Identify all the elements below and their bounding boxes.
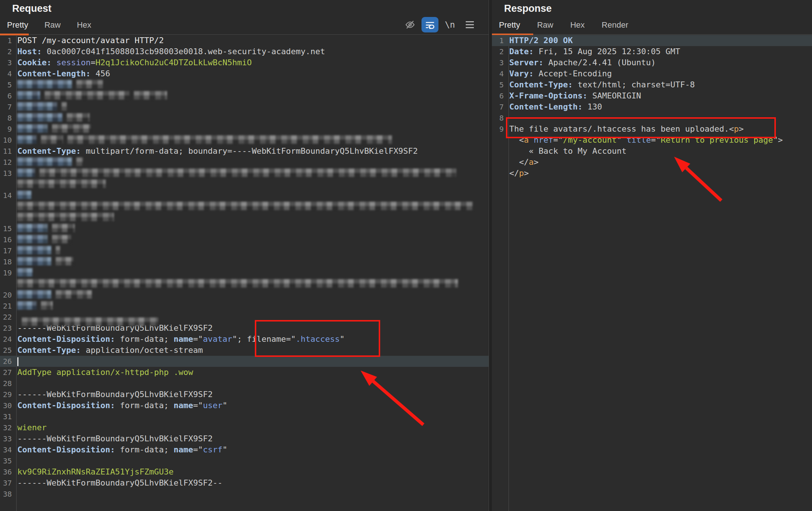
code-line[interactable]: 24Content-Disposition: form-data; name="… bbox=[0, 334, 489, 345]
code-line[interactable]: 2Host: 0ac0007c041f15088013cb98003e0018.… bbox=[0, 46, 489, 57]
code-line[interactable]: 36kv9C9RiZnxhRNsRaZEIA51YjsFZmGU3e bbox=[0, 466, 489, 477]
line-number: 3 bbox=[0, 57, 12, 68]
redacted-text bbox=[62, 102, 67, 111]
response-tab-hex[interactable]: Hex bbox=[570, 20, 584, 30]
code-line[interactable]: 9The file avatars/.htaccess has been upl… bbox=[492, 124, 812, 135]
line-content: <a href="/my-account" title="Return to p… bbox=[509, 135, 783, 146]
line-content: Content-Length: 130 bbox=[509, 101, 602, 112]
redacted-text bbox=[17, 279, 458, 288]
code-line[interactable]: 7Content-Length: 130 bbox=[492, 101, 812, 112]
menu-icon[interactable] bbox=[461, 17, 478, 32]
code-line[interactable]: 16 bbox=[0, 234, 489, 245]
code-line[interactable]: </p> bbox=[492, 168, 812, 179]
line-content bbox=[17, 356, 18, 367]
code-line[interactable]: <a href="/my-account" title="Return to p… bbox=[492, 135, 812, 146]
line-content bbox=[17, 90, 171, 102]
code-token: > bbox=[778, 135, 783, 145]
code-line[interactable]: </a> bbox=[492, 157, 812, 168]
request-tab-pretty[interactable]: Pretty bbox=[7, 20, 28, 30]
code-token: " bbox=[617, 135, 627, 145]
code-token: name bbox=[174, 401, 193, 410]
code-line[interactable]: 30Content-Disposition: form-data; name="… bbox=[0, 400, 489, 411]
request-tab-bar: Pretty Raw Hex bbox=[7, 20, 108, 30]
request-tab-hex[interactable]: Hex bbox=[77, 20, 91, 30]
line-content bbox=[17, 256, 78, 268]
code-line[interactable]: 3Server: Apache/2.4.41 (Ubuntu) bbox=[492, 57, 812, 68]
code-line[interactable]: 37------WebKitFormBoundaryQ5LhvBKielFX9S… bbox=[0, 477, 489, 489]
code-line[interactable]: 6 bbox=[0, 90, 489, 101]
code-line[interactable]: 31 bbox=[0, 411, 489, 422]
code-token: < bbox=[729, 124, 734, 133]
code-line[interactable]: 35 bbox=[0, 455, 489, 466]
code-line[interactable]: 18 bbox=[0, 256, 489, 267]
code-line[interactable]: 38 bbox=[0, 489, 489, 500]
code-token: 0ac0007c041f15088013cb98003e0018.web-sec… bbox=[42, 47, 325, 56]
word-wrap-icon[interactable] bbox=[421, 17, 438, 32]
code-line[interactable]: 10 bbox=[0, 135, 489, 146]
code-line[interactable]: 12 bbox=[0, 157, 489, 168]
code-line[interactable]: 5 bbox=[0, 79, 489, 90]
code-line[interactable] bbox=[0, 201, 489, 212]
line-content: Host: 0ac0007c041f15088013cb98003e0018.w… bbox=[17, 46, 325, 57]
code-line[interactable]: 14 bbox=[0, 190, 489, 201]
line-content bbox=[17, 112, 94, 124]
line-content bbox=[17, 289, 96, 301]
newline-markers-icon[interactable]: \n bbox=[441, 17, 458, 32]
code-line[interactable]: 9 bbox=[0, 124, 489, 135]
code-line[interactable]: « Back to My Account bbox=[492, 146, 812, 157]
code-line[interactable]: 26 bbox=[0, 356, 489, 367]
response-tab-render[interactable]: Render bbox=[602, 20, 628, 30]
code-line[interactable]: 4Vary: Accept-Encoding bbox=[492, 68, 812, 79]
line-content bbox=[17, 168, 461, 179]
code-line[interactable] bbox=[0, 212, 489, 223]
code-line[interactable]: 3Cookie: session=H2q1JcikoChu2uC4DTZoLkL… bbox=[0, 57, 489, 68]
redacted-text bbox=[52, 124, 91, 133]
code-line[interactable]: 15 bbox=[0, 223, 489, 234]
code-line[interactable]: 6X-Frame-Options: SAMEORIGIN bbox=[492, 90, 812, 101]
redacted-text bbox=[17, 113, 62, 122]
code-line[interactable]: 27AddType application/x-httpd-php .wow bbox=[0, 367, 489, 378]
code-token: ------WebKitFormBoundaryQ5LhvBKielFX9SF2 bbox=[17, 434, 213, 443]
code-token: 456 bbox=[91, 69, 110, 78]
code-line[interactable]: 4Content-Length: 456 bbox=[0, 68, 489, 79]
code-line[interactable]: 1POST /my-account/avatar HTTP/2 bbox=[0, 35, 489, 46]
code-line[interactable]: 25Content-Type: application/octet-stream bbox=[0, 345, 489, 356]
redacted-text bbox=[17, 80, 72, 88]
code-line[interactable]: 17 bbox=[0, 245, 489, 256]
code-line[interactable]: 11Content-Type: multipart/form-data; bou… bbox=[0, 146, 489, 157]
request-tab-raw[interactable]: Raw bbox=[44, 20, 60, 30]
response-editor[interactable]: 1HTTP/2 200 OK2Date: Fri, 15 Aug 2025 12… bbox=[492, 35, 812, 511]
code-line[interactable]: 21 bbox=[0, 300, 489, 312]
code-line[interactable] bbox=[0, 278, 489, 289]
response-tab-raw[interactable]: Raw bbox=[537, 20, 553, 30]
hide-nonprintable-icon[interactable] bbox=[402, 17, 419, 32]
line-number: 34 bbox=[0, 444, 12, 455]
code-line[interactable]: 13 bbox=[0, 168, 489, 179]
code-line[interactable]: 34Content-Disposition: form-data; name="… bbox=[0, 444, 489, 455]
redacted-text bbox=[67, 113, 90, 122]
code-line[interactable]: 8 bbox=[0, 112, 489, 124]
code-line[interactable]: 28 bbox=[0, 378, 489, 389]
code-line[interactable]: 2Date: Fri, 15 Aug 2025 12:30:05 GMT bbox=[492, 46, 812, 57]
code-line[interactable]: 19 bbox=[0, 267, 489, 278]
code-line[interactable]: 20 bbox=[0, 289, 489, 300]
line-number: 11 bbox=[0, 146, 12, 157]
response-tab-pretty[interactable]: Pretty bbox=[499, 20, 520, 30]
code-line[interactable]: 8 bbox=[492, 112, 812, 124]
code-line[interactable]: 22 bbox=[0, 312, 489, 323]
code-line[interactable]: 33------WebKitFormBoundaryQ5LhvBKielFX9S… bbox=[0, 433, 489, 444]
code-line[interactable]: 32wiener bbox=[0, 422, 489, 433]
response-panel-title: Response bbox=[504, 3, 552, 14]
code-token: Content-Disposition: bbox=[17, 401, 115, 410]
code-token: H2q1JcikoChu2uC4DTZoLkLwBcN5hmiO bbox=[96, 58, 252, 67]
line-number: 18 bbox=[0, 256, 12, 267]
code-line[interactable]: 5Content-Type: text/html; charset=UTF-8 bbox=[492, 79, 812, 90]
line-number: 9 bbox=[492, 124, 504, 135]
code-line[interactable]: 7 bbox=[0, 101, 489, 112]
code-line[interactable]: 1HTTP/2 200 OK bbox=[492, 35, 812, 46]
code-line[interactable]: 29------WebKitFormBoundaryQ5LhvBKielFX9S… bbox=[0, 389, 489, 400]
request-editor[interactable]: 1POST /my-account/avatar HTTP/22Host: 0a… bbox=[0, 35, 489, 511]
line-number: 30 bbox=[0, 400, 12, 411]
code-line[interactable] bbox=[0, 179, 489, 190]
code-token: X-Frame-Options: bbox=[509, 91, 587, 100]
